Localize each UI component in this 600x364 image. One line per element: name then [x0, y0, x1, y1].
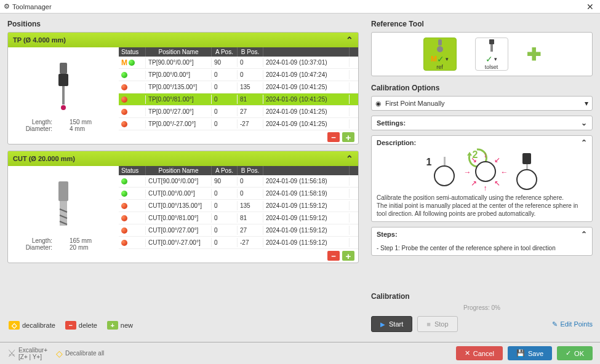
- status-dot-red: [121, 203, 127, 209]
- save-button[interactable]: 💾 Save: [508, 346, 552, 360]
- status-dot-red: [121, 228, 127, 234]
- bpos-cell: -27: [238, 238, 263, 247]
- add-row-button[interactable]: +: [342, 251, 354, 261]
- apos-cell: 0: [212, 119, 238, 129]
- table-row[interactable]: TP[0.00°/-27.00°]0-272024-01-09 (10:41:2…: [119, 118, 358, 130]
- chevron-up-icon: ⌃: [346, 35, 353, 45]
- table-row[interactable]: CUT[0.00°/27.00°]0272024-01-09 (11:59:12…: [119, 224, 358, 237]
- decalibrate-all-button[interactable]: ◇ Decalibrate all: [56, 349, 104, 358]
- stop-button: ■ Stop: [417, 316, 457, 332]
- table-row[interactable]: CUT[90.00°/0.00°]9002024-01-09 (11:56:18…: [119, 175, 358, 188]
- settings-header[interactable]: Settings: ⌄: [372, 116, 592, 130]
- table-row[interactable]: TP[0.00°/135.00°]01352024-01-09 (10:41:2…: [119, 81, 358, 93]
- table-row[interactable]: CUT[0.00°/135.00°]01352024-01-09 (11:59:…: [119, 200, 358, 212]
- table-body[interactable]: MTP[90.00°/0.00°]9002024-01-09 (10:37:01…: [119, 57, 358, 130]
- date-cell: 2024-01-09 (10:41:25): [263, 82, 350, 92]
- svg-rect-9: [490, 44, 493, 52]
- date-cell: 2024-01-09 (10:47:24): [263, 70, 350, 79]
- svg-point-3: [61, 105, 66, 110]
- status-cell: [119, 202, 146, 210]
- chevron-down-icon: ⌄: [581, 119, 587, 127]
- date-cell: 2024-01-09 (11:59:12): [263, 238, 350, 247]
- name-cell: TP[0.00°/-27.00°]: [146, 119, 212, 129]
- table-body[interactable]: CUT[90.00°/0.00°]9002024-01-09 (11:56:18…: [119, 175, 358, 249]
- delete-row-button[interactable]: −: [327, 251, 340, 261]
- table-row[interactable]: TP[0.00°/0.00°]002024-01-09 (10:47:24): [119, 69, 358, 81]
- play-icon: ▶: [380, 321, 385, 328]
- status-cell: [119, 177, 146, 186]
- group-header[interactable]: CUT (Ø 20.000 mm)⌃: [8, 151, 358, 166]
- close-icon: ✕: [465, 349, 470, 357]
- col-status: Status: [119, 166, 146, 175]
- date-cell: 2024-01-09 (10:41:25): [263, 119, 350, 129]
- diameter-value: 4 mm: [70, 125, 106, 132]
- table-row[interactable]: CUT[0.00°/0.00°]002024-01-09 (11:58:19): [119, 188, 358, 200]
- ref-tool-button[interactable]: M✓▾ ref: [423, 38, 457, 71]
- table-row[interactable]: CUT[0.00°/81.00°]0812024-01-09 (11:59:12…: [119, 212, 358, 224]
- window-title: Toolmanager: [12, 3, 584, 10]
- excalibur-button[interactable]: ⚔ Excalibur+ [Z+ | Y+]: [7, 347, 47, 360]
- col-date: [263, 47, 350, 57]
- legend-new: + new: [107, 321, 133, 330]
- name-cell: CUT[0.00°/-27.00°]: [146, 238, 212, 247]
- diameter-label: Diameter:: [20, 244, 57, 251]
- chevron-up-icon: ⌃: [346, 154, 353, 164]
- calib-mode-select[interactable]: ◉ First Point Manually ▾: [371, 96, 593, 111]
- add-row-button[interactable]: +: [342, 132, 354, 142]
- table-row[interactable]: CUT[0.00°/-27.00°]0-272024-01-09 (11:59:…: [119, 237, 358, 249]
- pencil-icon: ✎: [552, 320, 558, 328]
- table-row[interactable]: TP[0.00°/27.00°]0272024-01-09 (10:41:25): [119, 106, 358, 118]
- save-icon: 💾: [516, 349, 525, 357]
- chevron-down-icon: ▾: [446, 56, 449, 62]
- bpos-cell: 27: [238, 107, 263, 116]
- status-cell: [119, 83, 146, 92]
- group-header[interactable]: TP (Ø 4.000 mm)⌃: [8, 33, 358, 47]
- table-row[interactable]: MTP[90.00°/0.00°]9002024-01-09 (10:37:01…: [119, 57, 358, 69]
- apos-cell: 0: [212, 213, 238, 223]
- chevron-up-icon: ⌃: [581, 230, 587, 239]
- reference-panel: M✓▾ ref ✓▾ tolset ✚: [371, 32, 593, 76]
- description-accordion: Description: ⌃ 1: [371, 135, 593, 222]
- status-cell: [119, 95, 146, 104]
- check-icon: ✓: [566, 349, 571, 357]
- cancel-button[interactable]: ✕ Cancel: [456, 346, 503, 360]
- date-cell: 2024-01-09 (11:56:18): [263, 176, 350, 186]
- calib-opts-title: Calibration Options: [371, 84, 593, 92]
- name-cell: CUT[0.00°/0.00°]: [146, 189, 212, 198]
- legend: ◇ decalibrate − delete + new: [7, 318, 359, 332]
- status-cell: [119, 226, 146, 235]
- table-row[interactable]: TP[0.00°/81.00°]0812024-01-09 (10:41:25): [119, 93, 358, 106]
- edit-points-link[interactable]: ✎ Edit Points: [552, 320, 593, 328]
- close-icon[interactable]: ✕: [584, 2, 596, 12]
- name-cell: TP[0.00°/0.00°]: [146, 70, 212, 79]
- apos-cell: 0: [212, 226, 238, 235]
- date-cell: 2024-01-09 (11:59:12): [263, 201, 350, 210]
- new-icon: +: [107, 321, 118, 330]
- date-cell: 2024-01-09 (10:41:25): [263, 107, 350, 116]
- reference-title: Reference Tool: [371, 20, 593, 28]
- svg-rect-0: [60, 63, 67, 74]
- tolset-button[interactable]: ✓▾ tolset: [475, 38, 508, 71]
- position-group: TP (Ø 4.000 mm)⌃Length:150 mmDiameter:4 …: [7, 32, 359, 144]
- date-cell: 2024-01-09 (11:58:19): [263, 189, 350, 198]
- apos-cell: 0: [212, 70, 238, 79]
- bpos-cell: 135: [238, 82, 263, 92]
- status-dot-red: [121, 84, 127, 90]
- bpos-cell: -27: [238, 119, 263, 129]
- svg-rect-8: [489, 39, 494, 44]
- ok-button[interactable]: ✓ OK: [557, 346, 593, 360]
- tool-preview: Length:150 mmDiameter:4 mm: [8, 47, 119, 144]
- name-cell: CUT[0.00°/27.00°]: [146, 226, 212, 235]
- titlebar: ⚙ Toolmanager ✕: [0, 0, 600, 14]
- add-reference-button[interactable]: ✚: [527, 44, 541, 65]
- status-cell: [119, 71, 146, 79]
- steps-header[interactable]: Steps: ⌃: [372, 228, 592, 241]
- progress-text: Progress: 0%: [371, 304, 593, 311]
- delete-row-button[interactable]: −: [327, 132, 340, 142]
- svg-rect-4: [58, 181, 68, 201]
- col-bpos: B Pos.: [238, 166, 263, 175]
- probe-tool-icon: [51, 60, 76, 115]
- probe-icon: [433, 38, 447, 54]
- start-button[interactable]: ▶ Start: [371, 316, 412, 332]
- status-cell: [119, 108, 146, 116]
